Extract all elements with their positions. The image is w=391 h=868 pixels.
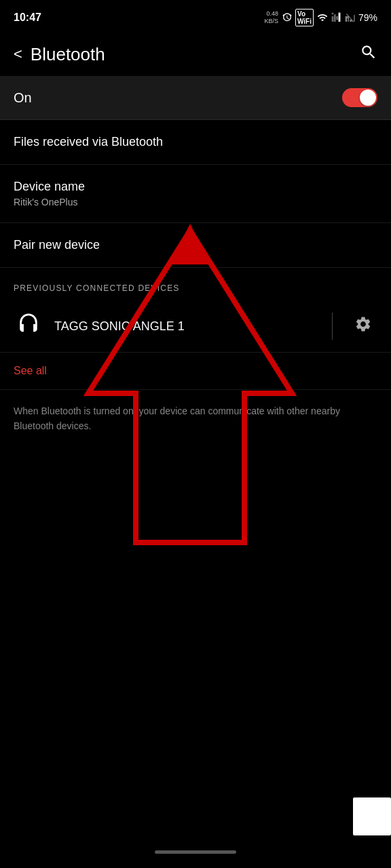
page-title: Bluetooth (31, 44, 105, 65)
data-speed: 0.48 KB/S (264, 10, 278, 25)
toggle-label: On (14, 90, 32, 106)
device-name-subtitle: Ritik's OnePlus (14, 197, 377, 208)
files-received-title: Files received via Bluetooth (14, 135, 377, 149)
battery-percent: 79% (358, 12, 377, 23)
see-all-link[interactable]: See all (14, 365, 47, 376)
section-header-text: PREVIOUSLY CONNECTED DEVICES (14, 283, 180, 293)
status-bar: 10:47 0.48 KB/S VoWiFi 79% (0, 0, 391, 33)
toggle-knob (360, 90, 376, 106)
device-name-text: TAGG SONIC ANGLE 1 (54, 319, 316, 334)
status-right: 0.48 KB/S VoWiFi 79% (264, 9, 377, 26)
device-name-title: Device name (14, 180, 377, 194)
status-icons: VoWiFi 79% (282, 9, 377, 26)
app-bar-left: < Bluetooth (14, 44, 105, 65)
bottom-bar (0, 835, 391, 868)
device-row[interactable]: TAGG SONIC ANGLE 1 (0, 300, 391, 353)
status-time: 10:47 (14, 12, 41, 24)
search-button[interactable] (360, 43, 377, 65)
pair-new-device-title: Pair new device (14, 238, 377, 252)
headphone-icon (17, 313, 40, 340)
device-settings-button[interactable] (349, 310, 377, 342)
device-name-item[interactable]: Device name Ritik's OnePlus (0, 165, 391, 223)
see-all-row[interactable]: See all (0, 353, 391, 390)
alarm-icon (282, 12, 293, 23)
signal-icon (331, 12, 342, 23)
bluetooth-toggle-row[interactable]: On (0, 76, 391, 119)
bluetooth-toggle[interactable] (342, 88, 377, 107)
pair-new-device-item[interactable]: Pair new device (0, 223, 391, 268)
home-indicator (155, 850, 236, 854)
search-icon (360, 43, 377, 61)
back-button[interactable]: < (14, 45, 22, 63)
white-rectangle (353, 797, 391, 835)
vowifi-icon: VoWiFi (295, 9, 314, 26)
wifi-icon (316, 12, 329, 23)
no-signal-icon (345, 12, 356, 23)
device-icon-wrap (14, 311, 43, 341)
app-bar: < Bluetooth (0, 33, 391, 76)
previously-connected-section: PREVIOUSLY CONNECTED DEVICES (0, 268, 391, 300)
device-separator (332, 313, 333, 340)
files-received-item[interactable]: Files received via Bluetooth (0, 120, 391, 165)
info-text: When Bluetooth is turned on, your device… (0, 390, 391, 448)
